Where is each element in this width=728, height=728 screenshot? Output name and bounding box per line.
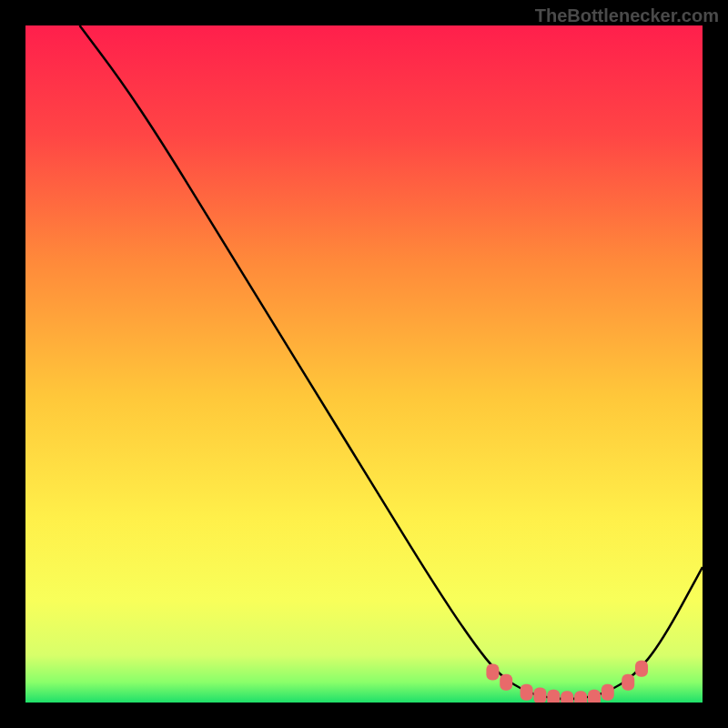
marker-dot [533,688,546,703]
marker-dot [547,690,560,703]
marker-dot [521,684,533,701]
watermark-text: TheBottlenecker.com [535,5,719,26]
marker-dot [602,684,614,701]
chart-container [25,25,703,703]
marker-dot [486,664,499,681]
marker-dot [622,674,634,691]
marker-dot [574,691,587,703]
marker-dot [635,661,648,677]
marker-dot [588,690,601,703]
marker-points [25,25,703,703]
marker-dot [561,691,573,703]
marker-dot [500,674,512,691]
